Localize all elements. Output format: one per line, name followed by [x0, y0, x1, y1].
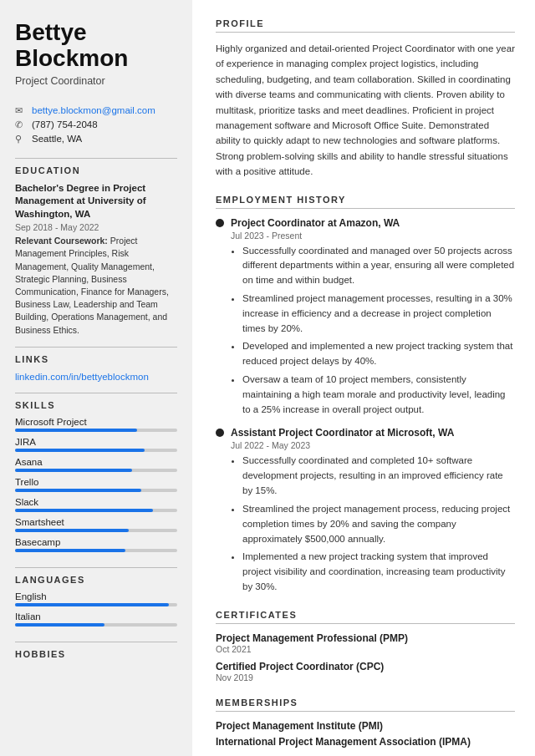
list-item: Oversaw a team of 10 project members, co… [242, 373, 515, 417]
certificates-list: Project Management Professional (PMP) Oc… [216, 632, 515, 682]
edu-date: Sep 2018 - May 2022 [15, 222, 177, 232]
job-bullets: Successfully coordinated and managed ove… [231, 244, 515, 418]
divider-hobbies [15, 642, 177, 642]
list-item: Streamlined the project management proce… [242, 502, 515, 546]
skill-item: Slack [15, 497, 177, 512]
skill-label: Smartsheet [15, 517, 177, 527]
divider-education [15, 158, 177, 159]
job-entry: Project Coordinator at Amazon, WA Jul 20… [216, 217, 515, 418]
skill-bar-fill [15, 529, 129, 532]
job-header: Project Coordinator at Amazon, WA [216, 217, 515, 229]
language-bar-bg [15, 603, 177, 606]
skill-bar-bg [15, 489, 177, 492]
job-title: Project Coordinator [15, 75, 177, 87]
first-name: Bettye [15, 20, 177, 46]
phone-item: ✆ (787) 754-2048 [15, 119, 177, 130]
skill-bar-fill [15, 429, 137, 432]
skill-bar-fill [15, 489, 141, 492]
employment-section: EMPLOYMENT HISTORY Project Coordinator a… [216, 195, 515, 595]
cert-entry: Project Management Professional (PMP) Oc… [216, 632, 515, 654]
location-icon: ⚲ [15, 134, 27, 145]
name-block: Bettye Blockmon Project Coordinator [15, 20, 177, 87]
skill-item: Asana [15, 457, 177, 472]
linkedin-link[interactable]: linkedin.com/in/bettyeblockmon [15, 372, 149, 382]
phone-icon: ✆ [15, 119, 27, 130]
coursework-text: Project Management Principles, Risk Mana… [15, 236, 169, 335]
list-item: Implemented a new project tracking syste… [242, 550, 515, 594]
divider-languages [15, 567, 177, 568]
cert-date: Oct 2021 [216, 644, 515, 654]
skill-item: Smartsheet [15, 517, 177, 532]
languages-list: English Italian [15, 591, 177, 632]
edu-degree: Bachelor's Degree in Project Management … [15, 182, 177, 221]
job-dot [216, 219, 224, 227]
skill-bar-fill [15, 449, 145, 452]
email-item: ✉ bettye.blockmon@gmail.com [15, 105, 177, 116]
location-text: Seattle, WA [32, 134, 82, 144]
membership-item: International Project Management Associa… [216, 736, 515, 748]
skill-bar-bg [15, 469, 177, 472]
phone-text: (787) 754-2048 [32, 119, 98, 129]
divider-links [15, 347, 177, 348]
profile-text: Highly organized and detail-oriented Pro… [216, 41, 515, 180]
cert-date: Nov 2019 [216, 672, 515, 682]
language-bar-bg [15, 623, 177, 627]
location-item: ⚲ Seattle, WA [15, 134, 177, 145]
skill-bar-bg [15, 509, 177, 512]
language-item: Italian [15, 611, 177, 627]
skill-bar-fill [15, 509, 153, 512]
memberships-section-title: MEMBERSHIPS [216, 698, 515, 712]
skill-label: Slack [15, 497, 177, 507]
certificates-section-title: CERTIFICATES [216, 610, 515, 624]
skills-list: Microsoft Project JIRA Asana Trello Slac… [15, 417, 177, 557]
memberships-section: MEMBERSHIPS Project Management Institute… [216, 698, 515, 748]
skill-item: Trello [15, 477, 177, 492]
list-item: Successfully coordinated and completed 1… [242, 454, 515, 498]
job-date: Jul 2022 - May 2023 [231, 440, 515, 450]
job-header: Assistant Project Coordinator at Microso… [216, 427, 515, 439]
skill-label: Trello [15, 477, 177, 487]
cert-name: Certified Project Coordinator (CPC) [216, 661, 515, 672]
list-item: Successfully coordinated and managed ove… [242, 244, 515, 288]
links-block: linkedin.com/in/bettyeblockmon [15, 371, 177, 383]
email-icon: ✉ [15, 105, 27, 116]
main-content: PROFILE Highly organized and detail-orie… [192, 0, 535, 756]
coursework-label: Relevant Coursework: [15, 236, 108, 246]
employment-section-title: EMPLOYMENT HISTORY [216, 195, 515, 209]
skill-bar-fill [15, 549, 125, 552]
language-label: English [15, 591, 177, 601]
last-name: Blockmon [15, 46, 177, 72]
job-dot [216, 429, 224, 437]
job-date: Jul 2023 - Present [231, 231, 515, 241]
skill-bar-bg [15, 529, 177, 532]
education-section-title: EDUCATION [15, 165, 177, 175]
language-label: Italian [15, 611, 177, 622]
edu-coursework: Relevant Coursework: Project Management … [15, 235, 177, 337]
contact-block: ✉ bettye.blockmon@gmail.com ✆ (787) 754-… [15, 105, 177, 148]
profile-section-title: PROFILE [216, 18, 515, 33]
job-entry: Assistant Project Coordinator at Microso… [216, 427, 515, 594]
email-link[interactable]: bettye.blockmon@gmail.com [32, 105, 155, 115]
skill-label: Microsoft Project [15, 417, 177, 427]
languages-section-title: LANGUAGES [15, 575, 177, 585]
employment-list: Project Coordinator at Amazon, WA Jul 20… [216, 217, 515, 595]
profile-section: PROFILE Highly organized and detail-orie… [216, 18, 515, 180]
list-item: Developed and implemented a new project … [242, 339, 515, 369]
certificates-section: CERTIFICATES Project Management Professi… [216, 610, 515, 682]
divider-skills [15, 393, 177, 393]
language-item: English [15, 591, 177, 606]
job-title-text: Assistant Project Coordinator at Microso… [231, 427, 454, 439]
skill-label: Basecamp [15, 537, 177, 547]
skill-bar-bg [15, 449, 177, 452]
language-bar-fill [15, 603, 169, 606]
skill-bar-fill [15, 469, 132, 472]
skill-label: Asana [15, 457, 177, 467]
language-bar-fill [15, 623, 104, 627]
job-bullets: Successfully coordinated and completed 1… [231, 454, 515, 594]
skill-item: JIRA [15, 437, 177, 452]
skills-section-title: SKILLS [15, 400, 177, 410]
skill-bar-bg [15, 549, 177, 552]
cert-entry: Certified Project Coordinator (CPC) Nov … [216, 661, 515, 682]
links-section-title: LINKS [15, 354, 177, 364]
skill-bar-bg [15, 429, 177, 432]
